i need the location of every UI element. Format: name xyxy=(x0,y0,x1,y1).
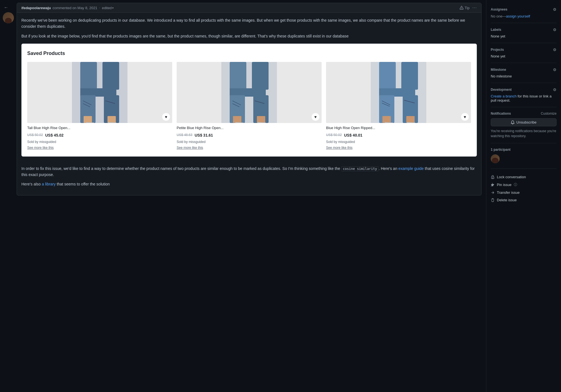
sold-by-3: Sold by missguided xyxy=(326,139,471,145)
see-more-3[interactable]: See more like this xyxy=(326,145,471,150)
products-grid: ♥ Tall Blue High Rise Open... US$ 50.02 … xyxy=(27,62,471,151)
comment-action-text: commented on May 8, 2021 xyxy=(52,6,97,10)
assign-yourself-link[interactable]: assign yourself xyxy=(506,14,530,18)
unsubscribe-button[interactable]: Unsubscribe xyxy=(491,118,557,126)
development-gear-icon[interactable]: ⚙ xyxy=(553,87,557,92)
back-arrow-icon[interactable]: ← xyxy=(3,3,9,12)
labels-section: Labels ⚙ None yet xyxy=(491,23,557,43)
unsubscribe-label: Unsubscribe xyxy=(516,120,536,124)
svg-rect-2 xyxy=(102,62,119,90)
assignees-section: Assignees ⚙ No one—assign yourself xyxy=(491,3,557,23)
avatar xyxy=(3,12,14,23)
assignees-title: Assignees xyxy=(491,7,507,11)
example-guide-link[interactable]: example guide xyxy=(399,166,424,171)
svg-rect-28 xyxy=(401,62,418,90)
svg-rect-10 xyxy=(107,116,116,123)
customize-link[interactable]: Customize xyxy=(541,112,557,115)
assignees-value: No one—assign yourself xyxy=(491,14,557,18)
svg-rect-9 xyxy=(84,116,92,123)
see-more-2[interactable]: See more like this xyxy=(177,145,322,150)
edited-label: edited xyxy=(102,6,112,10)
price-old-2: US$ 48.63 xyxy=(177,132,192,138)
below-para2-suffix: that seems to offer the solution xyxy=(56,182,110,186)
action-links-section: Lock conversation Pin issue ⓘ Transfer i… xyxy=(491,169,557,208)
lock-conversation-link[interactable]: Lock conversation xyxy=(491,173,557,181)
tip-button[interactable]: Tip xyxy=(460,6,470,10)
svg-rect-23 xyxy=(257,116,265,123)
transfer-issue-link[interactable]: Transfer issue xyxy=(491,189,557,196)
participants-title: 1 participant xyxy=(491,148,557,152)
no-one-text: No one— xyxy=(491,14,506,18)
price-new-3: US$ 40.01 xyxy=(344,132,362,138)
below-para1-middle: . Here's an xyxy=(379,166,398,171)
product-image-3: ♥ xyxy=(326,62,471,123)
labels-gear-icon[interactable]: ⚙ xyxy=(553,27,557,32)
product-prices-1: US$ 50.02 US$ 45.02 xyxy=(27,132,172,138)
below-para-2: Here's also a library that seems to offe… xyxy=(21,181,477,187)
development-title: Development xyxy=(491,88,512,92)
delete-issue-link[interactable]: Delete issue xyxy=(491,196,557,204)
development-section: Development ⚙ Create a branch for this i… xyxy=(491,83,557,107)
svg-rect-36 xyxy=(406,116,415,123)
svg-rect-22 xyxy=(233,116,241,123)
product-name-2: Petite Blue High Rise Open... xyxy=(177,125,322,131)
tip-triangle-icon xyxy=(460,6,464,10)
svg-line-38 xyxy=(407,122,415,123)
projects-header: Projects ⚙ xyxy=(491,47,557,52)
notifications-title: Notifications xyxy=(491,112,511,115)
product-prices-2: US$ 48.63 US$ 31.61 xyxy=(177,132,322,138)
see-more-1[interactable]: See more like this xyxy=(27,145,172,150)
assignees-gear-icon[interactable]: ⚙ xyxy=(553,7,557,12)
svg-rect-14 xyxy=(230,62,246,90)
commenter-username[interactable]: ifedapoolarewaju xyxy=(21,6,51,10)
comment-para-2: But if you look at the image below, you'… xyxy=(21,33,477,39)
transfer-issue-label: Transfer issue xyxy=(497,190,520,195)
avatar-column: ← xyxy=(0,0,17,392)
development-value: Create a branch for this issue or link a… xyxy=(491,94,557,102)
product-image-1: ♥ xyxy=(27,62,172,123)
price-new-1: US$ 45.02 xyxy=(45,132,64,138)
projects-title: Projects xyxy=(491,48,504,52)
more-options-button[interactable]: ··· xyxy=(472,5,477,10)
pin-issue-link[interactable]: Pin issue ⓘ xyxy=(491,181,557,189)
projects-gear-icon[interactable]: ⚙ xyxy=(553,47,557,52)
milestone-gear-icon[interactable]: ⚙ xyxy=(553,67,557,72)
edited-dropdown[interactable]: edited ▾ xyxy=(102,6,114,10)
comment-body: Recently we've been working on deduplica… xyxy=(17,13,481,165)
cosine-similarity-code: cosine similarity xyxy=(341,166,379,171)
svg-line-11 xyxy=(86,122,94,123)
pin-icon xyxy=(491,183,495,187)
below-para1-prefix: In order to fix this issue, we'd like to… xyxy=(21,166,341,171)
svg-line-25 xyxy=(257,122,266,123)
create-branch-link[interactable]: Create a branch xyxy=(491,94,517,98)
tip-label: Tip xyxy=(465,6,470,10)
seller-name-3: missguided xyxy=(338,140,355,144)
pin-issue-label: Pin issue xyxy=(497,183,512,187)
saved-products-title: Saved Products xyxy=(27,49,471,57)
projects-value: None yet xyxy=(491,54,557,58)
jeans-svg-2 xyxy=(177,62,322,123)
library-link[interactable]: a library xyxy=(42,182,56,186)
product-image-canvas-3 xyxy=(326,62,471,123)
milestone-header: Milestone ⚙ xyxy=(491,67,557,72)
price-new-2: US$ 31.61 xyxy=(195,132,213,138)
delete-issue-label: Delete issue xyxy=(497,198,517,202)
heart-icon-2[interactable]: ♥ xyxy=(312,113,319,121)
assignees-header: Assignees ⚙ xyxy=(491,7,557,12)
participants-section: 1 participant xyxy=(491,143,557,169)
notifications-header: Notifications Customize xyxy=(491,112,557,115)
below-para2-prefix: Here's also xyxy=(21,182,42,186)
projects-section: Projects ⚙ None yet xyxy=(491,43,557,63)
svg-rect-1 xyxy=(80,62,97,90)
product-image-canvas-1 xyxy=(27,62,172,123)
sold-by-2: Sold by missguided xyxy=(177,139,322,145)
seller-name-1: missguided xyxy=(39,140,56,144)
heart-icon-3[interactable]: ♥ xyxy=(461,113,469,121)
svg-rect-27 xyxy=(379,62,396,90)
product-prices-3: US$ 50.02 US$ 40.01 xyxy=(326,132,471,138)
seller-name-2: missguided xyxy=(189,140,206,144)
comment-header-right: Tip ··· xyxy=(460,5,477,10)
comment-header-left: ifedapoolarewaju commented on May 8, 202… xyxy=(21,6,114,10)
heart-icon-1[interactable]: ♥ xyxy=(162,113,170,121)
milestone-value: No milestone xyxy=(491,74,557,78)
